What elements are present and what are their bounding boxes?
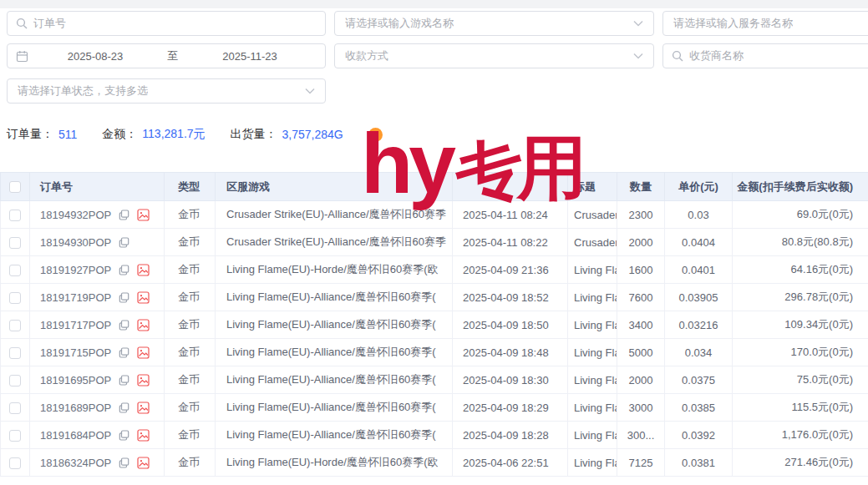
table-row: 18191689POP 金币 Living Flame(EU)-Alliance… <box>1 394 868 422</box>
copy-icon[interactable] <box>119 237 129 248</box>
copy-icon[interactable] <box>119 210 129 220</box>
copy-icon[interactable] <box>119 430 129 441</box>
cell-qty: 2000 <box>617 366 665 394</box>
order-id-cell: 18191715POP <box>30 339 165 366</box>
orders-count-label: 订单量： <box>7 127 53 142</box>
cell-price: 0.0381 <box>665 449 733 477</box>
screenshot-image-icon[interactable] <box>137 319 150 331</box>
order-id: 18186324POP <box>40 457 111 469</box>
cell-title: Living Fla <box>568 449 617 477</box>
cell-amount: 296.78元(0元) <box>733 284 868 311</box>
cell-title: Living Fla <box>568 311 617 339</box>
order-id: 18194930POP <box>40 236 111 249</box>
order-status-select[interactable]: 请选择订单状态，支持多选 <box>7 78 326 104</box>
payment-method-select[interactable]: 收款方式 <box>334 43 654 68</box>
chevron-down-icon <box>633 20 643 27</box>
header-order-time <box>453 173 568 201</box>
cell-type: 金币 <box>165 311 216 339</box>
screenshot-image-icon[interactable] <box>137 429 150 442</box>
cell-qty: 2000 <box>617 229 665 256</box>
copy-icon[interactable] <box>119 402 129 413</box>
screenshot-image-icon[interactable] <box>137 346 150 359</box>
cell-title: Living Fla <box>568 339 617 366</box>
order-id: 18191927POP <box>40 264 111 276</box>
date-range-picker[interactable]: 2025-08-23 至 2025-11-23 <box>7 43 326 68</box>
row-checkbox[interactable] <box>9 265 21 276</box>
game-name-select[interactable]: 请选择或输入游戏名称 <box>334 11 654 36</box>
row-checkbox[interactable] <box>9 457 21 469</box>
calendar-icon <box>16 50 28 63</box>
cell-game: Living Flame(EU)-Alliance/魔兽怀旧60赛季( <box>216 339 453 366</box>
screenshot-image-icon[interactable] <box>137 291 150 304</box>
order-id-cell: 18191695POP <box>30 366 165 394</box>
screenshot-image-icon[interactable] <box>137 402 150 414</box>
row-checkbox[interactable] <box>9 292 21 304</box>
cell-game: Living Flame(EU)-Alliance/魔兽怀旧60赛季( <box>216 311 453 339</box>
order-number-input[interactable]: 订单号 <box>7 11 326 36</box>
cell-time: 2025-04-09 18:29 <box>453 394 568 422</box>
server-name-input[interactable]: 请选择或输入服务器名称 <box>662 11 868 36</box>
payment-method-placeholder: 收款方式 <box>345 48 388 63</box>
header-order-id: 订单号 <box>30 173 165 201</box>
row-checkbox[interactable] <box>9 320 21 331</box>
screenshot-image-icon[interactable] <box>137 457 150 469</box>
help-icon[interactable]: ? <box>368 128 383 142</box>
chevron-down-icon <box>305 88 315 94</box>
copy-icon[interactable] <box>119 347 129 358</box>
header-quantity: 数量 <box>617 173 665 201</box>
screenshot-image-icon[interactable] <box>137 374 150 386</box>
top-strip <box>0 0 868 8</box>
copy-icon[interactable] <box>119 375 129 386</box>
orders-table: 订单号 类型 区服游戏 标题 数量 单价(元) 金额(扣手续费后实收额) 181… <box>0 172 868 477</box>
row-checkbox[interactable] <box>9 210 21 221</box>
cell-type: 金币 <box>165 339 216 366</box>
order-id: 18191684POP <box>40 429 111 442</box>
cell-amount: 69.0元(0元) <box>733 201 868 229</box>
cell-time: 2025-04-09 18:28 <box>453 422 568 449</box>
select-all-checkbox[interactable] <box>9 181 21 193</box>
order-id: 18191719POP <box>40 291 111 304</box>
table-row: 18191927POP 金币 Living Flame(EU)-Horde/魔兽… <box>1 256 868 284</box>
order-number-placeholder: 订单号 <box>33 16 66 31</box>
copy-icon[interactable] <box>119 265 129 275</box>
cell-qty: 5000 <box>617 339 665 366</box>
row-checkbox[interactable] <box>9 402 21 414</box>
cell-time: 2025-04-06 22:51 <box>453 449 568 477</box>
cell-price: 0.0392 <box>665 422 733 449</box>
cell-game: Living Flame(EU)-Horde/魔兽怀旧60赛季(欧 <box>216 256 453 284</box>
cell-price: 0.0385 <box>665 394 733 422</box>
cell-amount: 1,176.0元(0元) <box>733 422 868 449</box>
screenshot-image-icon[interactable] <box>137 209 150 221</box>
cell-title: Living Fla <box>568 256 617 284</box>
date-end-value[interactable]: 2025-11-23 <box>183 50 317 63</box>
copy-icon[interactable] <box>119 457 129 468</box>
cell-title: Crusader <box>568 229 617 256</box>
row-checkbox[interactable] <box>9 237 21 249</box>
copy-icon[interactable] <box>119 292 129 303</box>
summary-stats: 订单量： 511 金额： 113,281.7元 出货量： 3,757,284G … <box>7 127 383 142</box>
cell-price: 0.034 <box>665 339 733 366</box>
cell-qty: 7125 <box>617 449 665 477</box>
shipment-label: 出货量： <box>231 127 277 142</box>
row-checkbox[interactable] <box>9 347 21 359</box>
copy-icon[interactable] <box>119 320 129 331</box>
order-id: 18191695POP <box>40 374 111 386</box>
row-select-cell <box>1 311 30 339</box>
row-checkbox[interactable] <box>9 375 21 386</box>
chevron-down-icon <box>633 53 643 59</box>
order-status-placeholder: 请选择订单状态，支持多选 <box>18 83 148 99</box>
order-id-cell: 18191717POP <box>30 311 165 339</box>
cell-amount: 75.0元(0元) <box>733 366 868 394</box>
server-name-placeholder: 请选择或输入服务器名称 <box>673 16 793 31</box>
date-start-value[interactable]: 2025-08-23 <box>28 50 162 63</box>
row-select-cell <box>1 339 30 366</box>
order-id: 18191715POP <box>40 346 111 359</box>
header-type: 类型 <box>165 173 216 201</box>
vendor-name-input[interactable]: 收货商名称 <box>662 43 868 68</box>
cell-game: Crusader Strike(EU)-Alliance/魔兽怀旧60赛季 <box>216 201 453 229</box>
table-row: 18191695POP 金币 Living Flame(EU)-Alliance… <box>1 366 868 394</box>
row-checkbox[interactable] <box>9 430 21 442</box>
screenshot-image-icon[interactable] <box>137 264 150 276</box>
cell-game: Living Flame(EU)-Horde/魔兽怀旧60赛季(欧 <box>216 449 453 477</box>
order-management-page: 订单号 请选择或输入游戏名称 请选择或输入服务器名称 2025-08-23 至 … <box>0 0 868 485</box>
